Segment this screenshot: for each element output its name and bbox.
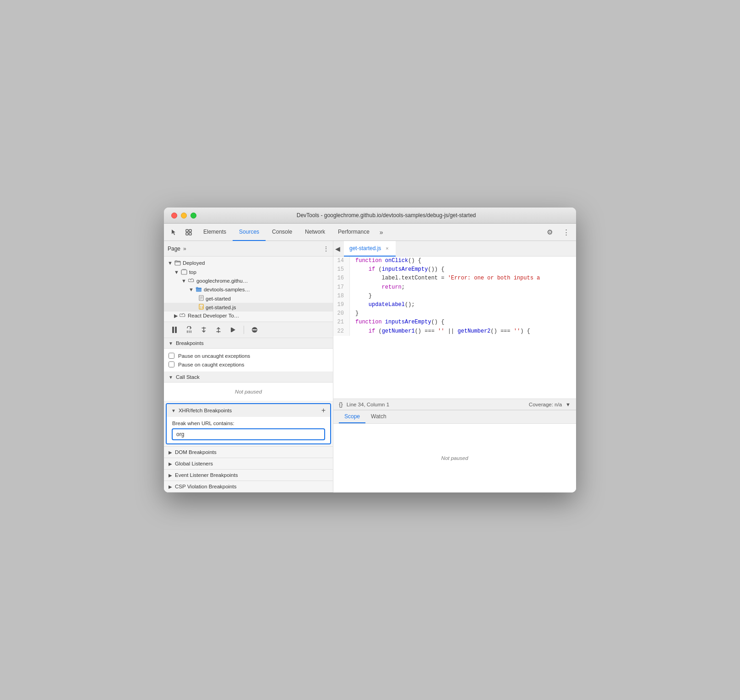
- tab-console[interactable]: Console: [266, 224, 299, 241]
- pause-uncaught-checkbox[interactable]: Pause on uncaught exceptions: [169, 351, 328, 360]
- toolbar-separator: [244, 326, 244, 334]
- xhr-url-input[interactable]: [172, 429, 325, 440]
- js-file-icon: js: [199, 304, 204, 311]
- layers-icon[interactable]: [182, 226, 195, 239]
- tab-network[interactable]: Network: [299, 224, 332, 241]
- file-tab-back-icon[interactable]: ◀: [335, 245, 340, 252]
- tree-label: top: [189, 269, 196, 275]
- csp-violation-section[interactable]: ▶ CSP Violation Breakpoints: [164, 481, 333, 492]
- event-listener-breakpoints-section[interactable]: ▶ Event Listener Breakpoints: [164, 470, 333, 481]
- svg-rect-3: [189, 233, 191, 235]
- collapsed-sections: ▶ DOM Breakpoints ▶ Global Listeners ▶ E…: [164, 446, 333, 492]
- left-panel: Page » ⋮ ▼ Deployed ▼: [164, 241, 333, 492]
- more-options-button[interactable]: ⋮: [560, 226, 572, 239]
- tree-get-started-js[interactable]: js get-started.js: [164, 303, 333, 312]
- triangle-down-icon: ▼: [171, 408, 176, 413]
- status-bar-left: {} Line 34, Column 1: [339, 401, 389, 408]
- code-line-20: 20 }: [333, 309, 576, 318]
- step-over-button[interactable]: [183, 324, 195, 336]
- step-out-button[interactable]: [212, 324, 224, 336]
- pause-uncaught-input[interactable]: [169, 353, 174, 359]
- cursor-position: Line 34, Column 1: [347, 402, 389, 407]
- xhr-add-button[interactable]: +: [321, 406, 326, 415]
- panel-more-button[interactable]: »: [183, 246, 186, 252]
- coverage-icon[interactable]: ▼: [566, 402, 571, 407]
- file-tab-close-button[interactable]: ×: [384, 245, 390, 252]
- dom-breakpoints-section[interactable]: ▶ DOM Breakpoints: [164, 447, 333, 458]
- line-number: 15: [333, 265, 350, 274]
- line-number: 21: [333, 318, 350, 327]
- pretty-print-icon[interactable]: {}: [339, 401, 343, 408]
- maximize-button[interactable]: [190, 213, 196, 219]
- breakpoints-section-header[interactable]: ▼ Breakpoints: [164, 338, 333, 349]
- coverage-text: Coverage: n/a: [529, 402, 562, 407]
- scope-tab[interactable]: Scope: [339, 410, 365, 423]
- watch-tab[interactable]: Watch: [365, 410, 392, 423]
- call-stack-section-header[interactable]: ▼ Call Stack: [164, 372, 333, 383]
- line-content: if (inputsAreEmpty()) {: [350, 265, 444, 274]
- tree-devtools-samples[interactable]: ▼ devtools-samples…: [164, 285, 333, 294]
- debug-toolbar: [164, 322, 333, 338]
- traffic-lights: [171, 213, 196, 219]
- tab-elements[interactable]: Elements: [197, 224, 233, 241]
- svg-rect-0: [186, 230, 188, 232]
- panel-header: Page » ⋮: [164, 241, 333, 257]
- line-content: function inputsAreEmpty() {: [350, 318, 444, 327]
- tree-get-started[interactable]: get-started: [164, 294, 333, 303]
- tab-sources[interactable]: Sources: [233, 224, 266, 241]
- folder-icon: [181, 268, 187, 276]
- devtools-tab-bar: Elements Sources Console Network Perform…: [164, 224, 576, 241]
- line-content: label.textContent = 'Error: one or both …: [350, 274, 540, 283]
- xhr-section-header[interactable]: ▼ XHR/fetch Breakpoints +: [167, 404, 330, 417]
- event-listener-label: Event Listener Breakpoints: [175, 472, 238, 478]
- scope-panel: Scope Watch Not paused: [333, 410, 576, 492]
- scope-tabs: Scope Watch: [333, 410, 576, 424]
- cursor-icon[interactable]: [168, 226, 180, 239]
- tree-label: devtools-samples…: [204, 287, 250, 292]
- file-tabs: ◀ get-started.js ×: [333, 241, 576, 257]
- triangle-down-icon: ▼: [169, 375, 173, 380]
- tree-label: googlechrome.githu…: [196, 278, 248, 284]
- step-into-button[interactable]: [198, 324, 210, 336]
- devtools-body: Page » ⋮ ▼ Deployed ▼: [164, 241, 576, 492]
- svg-rect-1: [189, 230, 191, 232]
- tab-performance[interactable]: Performance: [332, 224, 376, 241]
- line-content: updateLabel();: [350, 301, 415, 309]
- more-tabs-button[interactable]: »: [376, 229, 387, 236]
- file-tab-get-started-js[interactable]: get-started.js ×: [344, 241, 396, 257]
- xhr-fetch-section: ▼ XHR/fetch Breakpoints + Break when URL…: [166, 403, 331, 444]
- global-listeners-label: Global Listeners: [175, 461, 213, 466]
- tree-react-devtools[interactable]: ▶ React Developer To…: [164, 312, 333, 320]
- resume-button[interactable]: [227, 324, 239, 336]
- close-button[interactable]: [171, 213, 177, 219]
- settings-button[interactable]: ⚙: [543, 226, 556, 239]
- pause-button[interactable]: [169, 324, 180, 336]
- scope-content: Not paused: [333, 424, 576, 492]
- xhr-break-when-label: Break when URL contains:: [172, 421, 325, 426]
- line-content: return;: [350, 283, 405, 292]
- pause-caught-input[interactable]: [169, 361, 174, 367]
- tree-googlechrome[interactable]: ▼ googlechrome.githu…: [164, 277, 333, 285]
- right-panel: ◀ get-started.js × 14 function onClick()…: [333, 241, 576, 492]
- code-line-14: 14 function onClick() {: [333, 257, 576, 265]
- svg-rect-2: [186, 233, 188, 235]
- devtools-window: DevTools - googlechrome.github.io/devtoo…: [164, 208, 576, 492]
- code-line-22: 22 if (getNumber1() === '' || getNumber2…: [333, 327, 576, 336]
- triangle-right-icon: ▶: [169, 461, 172, 466]
- panel-menu-button[interactable]: ⋮: [323, 245, 329, 252]
- minimize-button[interactable]: [181, 213, 187, 219]
- call-stack-label: Call Stack: [176, 374, 200, 380]
- file-icon: [199, 295, 204, 302]
- tree-deployed[interactable]: ▼ Deployed: [164, 258, 333, 268]
- triangle-down-icon: ▼: [189, 287, 194, 292]
- svg-rect-10: [172, 327, 174, 333]
- tree-label: React Developer To…: [188, 313, 239, 318]
- pause-caught-checkbox[interactable]: Pause on caught exceptions: [169, 360, 328, 369]
- deactivate-breakpoints-button[interactable]: [249, 324, 261, 336]
- line-number: 17: [333, 283, 350, 292]
- breakpoints-label: Breakpoints: [176, 340, 204, 346]
- tree-top[interactable]: ▼ top: [164, 268, 333, 277]
- code-editor[interactable]: 14 function onClick() { 15 if (inputsAre…: [333, 257, 576, 399]
- global-listeners-section[interactable]: ▶ Global Listeners: [164, 458, 333, 470]
- tree-label: Deployed: [183, 260, 205, 266]
